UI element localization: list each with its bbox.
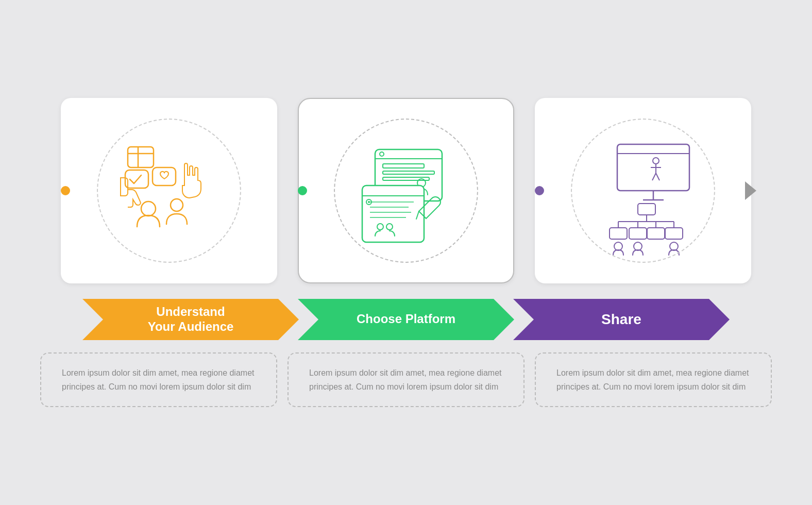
svg-rect-14 [362,186,424,242]
svg-line-32 [652,173,656,180]
card-understand [50,98,287,283]
dot-understand [61,186,70,195]
svg-rect-40 [629,228,647,239]
svg-point-6 [171,199,183,211]
svg-marker-48 [82,299,299,340]
desc-row: Lorem ipsum dolor sit dim amet, mea regi… [25,352,787,407]
svg-rect-38 [610,228,627,239]
icon-platform [334,119,478,263]
desc-share-text: Lorem ipsum dolor sit dim amet, mea regi… [556,366,750,394]
svg-point-46 [634,242,642,250]
card-box-share [535,98,751,283]
dot-share [535,186,544,195]
icon-share [571,119,715,263]
card-share [525,98,762,283]
icon-understand [97,119,241,263]
svg-rect-44 [665,228,683,239]
svg-rect-42 [647,228,665,239]
svg-rect-34 [638,204,655,215]
svg-rect-11 [383,171,434,174]
svg-point-9 [380,152,384,156]
desc-platform: Lorem ipsum dolor sit dim amet, mea regi… [287,352,525,407]
svg-rect-3 [125,170,148,188]
desc-platform-text: Lorem ipsum dolor sit dim amet, mea regi… [309,366,503,394]
svg-line-33 [656,173,659,180]
desc-share: Lorem ipsum dolor sit dim amet, mea regi… [535,352,772,407]
arrows-row: UnderstandYour Audience Choose Platform … [25,299,787,340]
dot-platform [298,186,307,195]
svg-point-45 [614,242,622,250]
cards-row [25,98,787,283]
svg-point-5 [141,201,156,216]
card-box-understand [61,98,277,283]
svg-point-47 [670,242,678,250]
desc-understand: Lorem ipsum dolor sit dim amet, mea regi… [40,352,277,407]
svg-marker-50 [513,299,730,340]
svg-marker-49 [298,299,514,340]
card-platform [287,98,525,283]
svg-rect-4 [153,167,176,186]
svg-rect-0 [128,147,154,167]
svg-point-24 [368,201,370,203]
svg-point-29 [653,158,659,164]
arrow-understand: UnderstandYour Audience [82,299,299,340]
svg-rect-10 [383,164,424,168]
arrow-right-triangle [745,181,756,200]
infographic: UnderstandYour Audience Choose Platform … [25,31,787,474]
desc-understand-text: Lorem ipsum dolor sit dim amet, mea regi… [62,366,256,394]
arrow-share: Share [513,299,730,340]
arrow-platform: Choose Platform [298,299,514,340]
card-box-platform [298,98,514,283]
